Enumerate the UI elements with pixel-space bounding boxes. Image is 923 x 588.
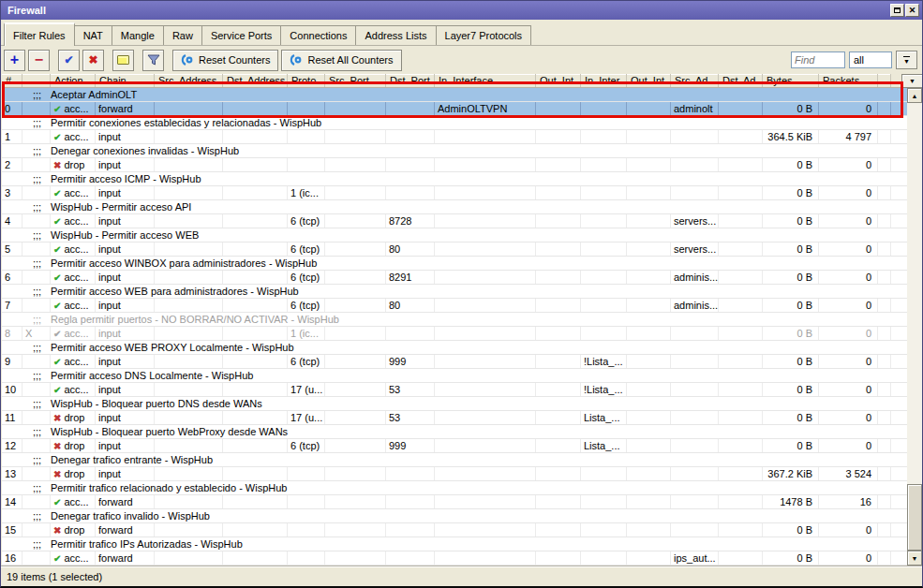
rule-row[interactable]: 2✖dropinput0 B0: [2, 158, 907, 172]
column-header-chain[interactable]: Chain: [96, 74, 155, 87]
rule-row[interactable]: 10✔acc...input17 (u...53!Lista_...0 B0: [2, 383, 907, 397]
cell-packets: 0: [819, 186, 878, 199]
reset-all-counters-button[interactable]: Reset All Counters: [281, 50, 401, 71]
comment-row[interactable]: ;;;Regla permitir puertos - NO BORRAR/NO…: [2, 313, 907, 327]
tab-layer7-protocols[interactable]: Layer7 Protocols: [437, 25, 532, 45]
rule-row[interactable]: 1✔acc...input364.5 KiB4 797: [2, 130, 907, 144]
cell-src_address: [155, 186, 223, 199]
column-header-src_address_list[interactable]: Src. Ad...: [671, 74, 719, 87]
cell-num: 6: [2, 271, 22, 284]
vertical-scrollbar[interactable]: ▲ ▼: [907, 88, 922, 566]
rule-row[interactable]: 3✔acc...input1 (ic...0 B0: [2, 186, 907, 200]
tab-service-ports[interactable]: Service Ports: [202, 25, 281, 45]
rule-row[interactable]: 6✔acc...input6 (tcp)8291adminis...0 B0: [2, 271, 907, 285]
comment-row[interactable]: ;;;Denegar trafico invalido - WispHub: [2, 509, 907, 523]
column-header-num[interactable]: #: [2, 74, 22, 87]
column-header-out_interface_list[interactable]: Out. Int...: [627, 74, 671, 87]
maximize-button[interactable]: [890, 4, 904, 17]
comment-row[interactable]: ;;;Permitir acceso WEB PROXY Localmente …: [2, 341, 907, 355]
rule-row[interactable]: 11✖dropinput17 (u...53Lista_...0 B0: [2, 411, 907, 425]
cell-proto: 6 (tcp): [288, 299, 325, 312]
comment-row[interactable]: ;;;Permitir trafico relacionado y establ…: [2, 481, 907, 495]
tab-nat[interactable]: NAT: [75, 25, 112, 45]
scroll-down-button[interactable]: ▼: [907, 551, 922, 566]
cell-flags: [22, 214, 51, 228]
comment-row[interactable]: ;;;WispHub - Permitir acceso WEB: [2, 228, 907, 243]
column-header-src_port[interactable]: Src. Port: [325, 74, 386, 87]
tab-mangle[interactable]: Mangle: [112, 25, 164, 45]
comment-row[interactable]: ;;;Aceptar AdminOLT: [2, 88, 907, 102]
status-text: 19 items (1 selected): [7, 571, 102, 582]
comment-row[interactable]: ;;;Permitir trafico IPs Autorizadas - Wi…: [2, 537, 907, 551]
comment-row[interactable]: ;;;Permitir acceso ICMP - WispHub: [2, 172, 907, 186]
column-header-dst_address[interactable]: Dst. Address: [223, 74, 288, 87]
comment-row[interactable]: ;;;WispHub - Permitir acceso API: [2, 200, 907, 214]
comment-row[interactable]: ;;;WispHub - Bloquear puerto WebProxy de…: [2, 425, 907, 439]
comment-button[interactable]: [112, 50, 134, 71]
rule-row[interactable]: 8X✔acc...input1 (ic...0 B0: [2, 327, 907, 341]
column-header-out_interface[interactable]: Out. Int...: [536, 74, 581, 87]
disable-rule-button[interactable]: ✖: [82, 50, 104, 71]
rule-row[interactable]: 9✔acc...input6 (tcp)999!Lista_...0 B0: [2, 355, 907, 369]
scrollbar-thumb[interactable]: [907, 484, 922, 551]
rule-row[interactable]: 16✔acc...forwardips_aut...0 B0: [2, 551, 907, 566]
cell-num: 15: [2, 523, 22, 537]
comment-row[interactable]: ;;;Denegar conexiones invalidas - WispHu…: [2, 144, 907, 158]
column-header-in_interface[interactable]: In. Interface: [435, 74, 536, 87]
comment-row[interactable]: ;;;Denegar trafico entrante - WispHub: [2, 453, 907, 467]
comment-row[interactable]: ;;;Permitir acceso WINBOX para administr…: [2, 257, 907, 271]
cell-flags: [22, 102, 51, 115]
filter-dropdown-value[interactable]: all: [849, 51, 892, 68]
comment-prefix: ;;;: [33, 341, 41, 354]
rule-row[interactable]: 7✔acc...input6 (tcp)80adminis...0 B0: [2, 299, 907, 313]
comment-row[interactable]: ;;;WispHub - Bloquear puerto DNS desde W…: [2, 397, 907, 411]
rule-row[interactable]: 4✔acc...input6 (tcp)8728servers...0 B0: [2, 214, 907, 228]
comment-row[interactable]: ;;;Permitir acceso WEB para administrado…: [2, 285, 907, 299]
cell-src_address_list: [671, 439, 719, 452]
column-header-proto[interactable]: Proto...: [288, 74, 325, 87]
cell-chain: forward: [96, 102, 155, 115]
add-rule-button[interactable]: +: [4, 50, 25, 71]
tab-address-lists[interactable]: Address Lists: [356, 25, 436, 45]
column-selector-button[interactable]: ▼: [901, 74, 923, 88]
cell-proto: [288, 130, 325, 143]
cell-packets: 0: [819, 243, 878, 256]
column-header-src_address[interactable]: Src. Address: [155, 74, 223, 87]
filter-button[interactable]: [142, 50, 164, 71]
column-header-in_interface_list[interactable]: In. Inter...: [581, 74, 627, 87]
drop-icon: ✖: [53, 160, 61, 170]
cell-dst_port: [386, 327, 435, 340]
comment-text: Permitir acceso WINBOX para administrado…: [51, 257, 317, 270]
rule-row[interactable]: 13✖dropinput367.2 KiB3 524: [2, 467, 907, 481]
filter-dropdown-button[interactable]: ▼: [896, 51, 917, 69]
cell-src_address: [155, 102, 223, 115]
column-header-packets[interactable]: Packets: [819, 74, 878, 87]
cell-src_address_list: [671, 467, 719, 480]
comment-row[interactable]: ;;;Permitir conexiones establecidas y re…: [2, 116, 907, 130]
cell-proto: 6 (tcp): [288, 355, 325, 368]
title-bar[interactable]: Firewall ✕: [1, 1, 922, 20]
column-header-bytes[interactable]: Bytes: [763, 74, 819, 87]
reset-counters-button[interactable]: Reset Counters: [172, 50, 278, 71]
rule-row[interactable]: 5✔acc...input6 (tcp)80servers...0 B0: [2, 243, 907, 257]
enable-rule-button[interactable]: ✔: [58, 50, 80, 71]
column-header-dst_address_list[interactable]: Dst. Ad...: [719, 74, 763, 87]
find-input[interactable]: [791, 51, 845, 68]
column-header-flags[interactable]: [22, 74, 51, 87]
rule-row[interactable]: 14✔acc...forward1478 B16: [2, 495, 907, 509]
tab-filter-rules[interactable]: Filter Rules: [4, 22, 75, 46]
scroll-up-button[interactable]: ▲: [907, 88, 922, 103]
tab-strip: Filter RulesNATMangleRawService PortsCon…: [1, 20, 922, 46]
tab-raw[interactable]: Raw: [164, 25, 202, 45]
rule-row[interactable]: 12✖dropinput6 (tcp)999Lista_...0 B0: [2, 439, 907, 453]
comment-row[interactable]: ;;;Permitir acceso DNS Localmente - Wisp…: [2, 369, 907, 383]
rule-row[interactable]: 15✖dropforward0 B0: [2, 523, 907, 537]
column-header-filler[interactable]: [878, 74, 891, 87]
column-header-action[interactable]: Action: [51, 74, 96, 87]
remove-rule-button[interactable]: −: [28, 50, 50, 71]
close-button[interactable]: ✕: [905, 4, 919, 17]
tab-connections[interactable]: Connections: [281, 25, 356, 45]
cell-dst_address: [223, 243, 288, 256]
rule-row[interactable]: 0✔acc...forwardAdminOLTVPNadminolt0 B0: [2, 102, 907, 116]
column-header-dst_port[interactable]: Dst. Port: [386, 74, 435, 87]
